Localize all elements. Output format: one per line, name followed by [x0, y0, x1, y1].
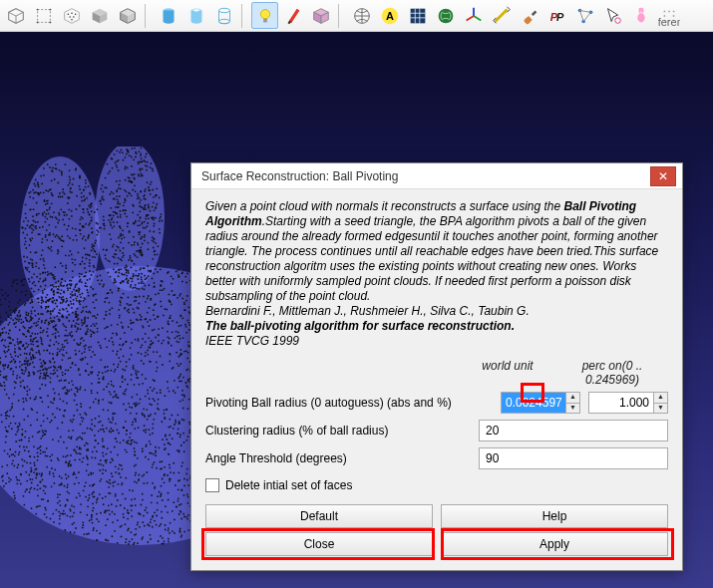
svg-point-1472 [124, 507, 126, 509]
svg-point-2978 [42, 212, 44, 214]
flat-cube-icon[interactable] [86, 2, 113, 29]
brush-icon[interactable] [516, 2, 542, 29]
pointer-arrow-icon[interactable] [599, 2, 626, 29]
measure-icon[interactable] [488, 2, 515, 29]
svg-point-3650 [27, 300, 29, 302]
svg-point-3127 [120, 268, 122, 270]
svg-point-3287 [110, 222, 112, 224]
svg-point-3100 [120, 233, 122, 235]
spinner-up-icon[interactable]: ▲ [566, 393, 579, 404]
svg-point-571 [177, 449, 178, 451]
svg-point-376 [25, 431, 27, 433]
svg-point-1432 [103, 376, 105, 378]
svg-point-3176 [125, 166, 127, 168]
svg-point-1522 [82, 521, 84, 523]
svg-point-3825 [64, 346, 66, 348]
svg-point-2942 [87, 279, 89, 281]
pp-icon[interactable]: PP [543, 2, 570, 29]
svg-point-2205 [86, 514, 88, 516]
svg-point-3801 [19, 366, 21, 368]
svg-point-3254 [97, 208, 99, 210]
angle-input[interactable] [479, 447, 668, 469]
svg-point-171 [79, 458, 81, 460]
graph-icon[interactable] [571, 2, 598, 29]
svg-point-1147 [136, 394, 138, 396]
radius-perc-input[interactable] [589, 393, 653, 413]
svg-point-2167 [9, 455, 11, 457]
svg-point-5 [67, 13, 68, 14]
red-marker-icon[interactable] [279, 2, 306, 29]
svg-point-2796 [51, 192, 53, 194]
dialog-titlebar[interactable]: Surface Reconstruction: Ball Pivoting ✕ [191, 163, 682, 189]
svg-point-3628 [90, 312, 92, 314]
bounding-box-icon[interactable] [30, 2, 57, 29]
svg-point-3471 [57, 348, 59, 350]
svg-point-2465 [142, 448, 144, 450]
svg-point-2758 [81, 273, 83, 275]
svg-point-2126 [94, 307, 96, 309]
default-button[interactable]: Default [205, 504, 433, 528]
svg-point-2181 [103, 429, 105, 431]
svg-point-1849 [50, 317, 52, 319]
radius-perc-spinner[interactable]: ▲▼ [588, 392, 668, 414]
svg-point-2874 [79, 223, 81, 225]
radius-abs-spinner[interactable]: ▲▼ [501, 392, 580, 414]
spinner-up-icon[interactable]: ▲ [654, 393, 667, 404]
delete-faces-checkbox[interactable] [205, 478, 219, 492]
svg-point-3281 [148, 217, 150, 219]
blue-grid-icon[interactable] [404, 2, 431, 29]
axes-icon[interactable] [460, 2, 487, 29]
svg-point-628 [120, 441, 122, 443]
selection-cube-icon[interactable] [307, 2, 334, 29]
svg-point-2180 [92, 371, 94, 373]
viewport-3d[interactable]: Surface Reconstruction: Ball Pivoting ✕ … [0, 32, 713, 588]
svg-point-1694 [125, 523, 127, 525]
svg-point-851 [168, 499, 170, 501]
apply-button[interactable]: Apply [441, 532, 668, 556]
svg-point-2576 [147, 541, 149, 543]
wireframe-cube-icon[interactable] [2, 2, 29, 29]
help-button[interactable]: Help [441, 504, 668, 528]
yellow-a-icon[interactable]: A [376, 2, 403, 29]
svg-point-2544 [120, 304, 122, 306]
svg-point-2881 [68, 184, 70, 186]
light-bulb-icon[interactable] [251, 2, 278, 29]
svg-point-1943 [83, 533, 85, 535]
svg-point-1771 [142, 450, 144, 452]
globe-icon[interactable] [348, 2, 375, 29]
svg-point-1168 [88, 533, 90, 535]
svg-point-1490 [31, 482, 33, 484]
svg-point-1236 [182, 377, 184, 379]
svg-point-558 [174, 519, 176, 521]
svg-point-3078 [119, 184, 121, 186]
cyl-wireframe-icon[interactable] [210, 2, 237, 29]
cyl-hollow-icon[interactable] [182, 2, 209, 29]
cyl-solid-icon[interactable] [155, 2, 181, 29]
svg-point-438 [115, 465, 117, 467]
cluster-input[interactable] [479, 420, 668, 441]
green-mesh-icon[interactable] [432, 2, 459, 29]
svg-point-983 [128, 403, 130, 405]
svg-point-2365 [130, 320, 132, 322]
spinner-down-icon[interactable]: ▼ [566, 404, 579, 414]
spinner-down-icon[interactable]: ▼ [654, 404, 667, 414]
svg-point-1973 [111, 381, 113, 383]
svg-point-1497 [118, 468, 120, 470]
reference-icon[interactable]: Reference [655, 2, 682, 29]
smooth-cube-icon[interactable] [114, 2, 141, 29]
close-button[interactable]: Close [205, 532, 433, 556]
svg-point-2157 [146, 471, 148, 473]
bunny-icon[interactable] [627, 2, 654, 29]
radius-abs-input[interactable] [502, 393, 565, 413]
close-icon[interactable]: ✕ [650, 166, 676, 186]
points-cube-icon[interactable] [58, 2, 85, 29]
svg-point-1053 [105, 459, 107, 461]
svg-point-3571 [63, 325, 65, 327]
svg-point-151 [168, 320, 170, 322]
svg-point-731 [109, 431, 111, 433]
svg-point-1221 [107, 540, 109, 542]
svg-point-2875 [49, 232, 51, 234]
svg-point-2534 [11, 463, 13, 465]
svg-point-2274 [112, 350, 114, 352]
svg-point-1564 [183, 303, 185, 305]
